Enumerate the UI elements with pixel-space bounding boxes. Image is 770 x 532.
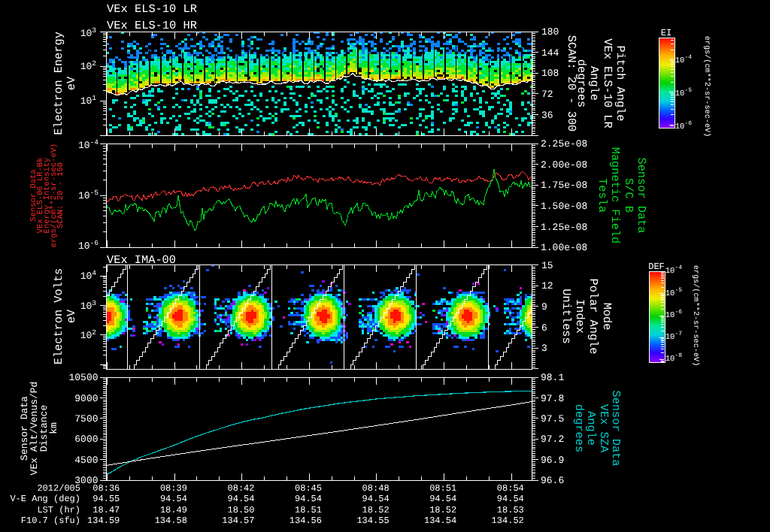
svg-text:2.00e-08: 2.00e-08: [541, 159, 587, 171]
svg-text:ergs/(cm**2-sr-sec-eV): ergs/(cm**2-sr-sec-eV): [691, 265, 700, 367]
svg-text:F10.7 (sfu): F10.7 (sfu): [21, 515, 80, 526]
svg-text:96.9: 96.9: [541, 455, 564, 466]
svg-text:S/C B: S/C B: [622, 178, 635, 213]
svg-text:VEx ELS-10 LR: VEx ELS-10 LR: [601, 38, 614, 128]
svg-text:08:39: 08:39: [160, 483, 187, 494]
svg-text:08:36: 08:36: [92, 483, 120, 494]
svg-text:98.1: 98.1: [541, 372, 564, 383]
svg-text:Index: Index: [573, 299, 587, 334]
svg-text:VEx SZA: VEx SZA: [597, 404, 611, 453]
svg-text:EI: EI: [661, 28, 671, 38]
svg-text:134.54: 134.54: [424, 515, 456, 526]
svg-text:108: 108: [541, 68, 559, 79]
svg-text:97.8: 97.8: [541, 393, 564, 404]
svg-text:DEF: DEF: [648, 261, 665, 272]
svg-text:degrees: degrees: [572, 404, 586, 452]
svg-text:3: 3: [541, 343, 547, 354]
svg-text:Sensor Data: Sensor Data: [609, 391, 623, 467]
svg-text:18.52: 18.52: [362, 505, 390, 515]
svg-text:18.52: 18.52: [429, 505, 456, 515]
svg-text:18.51: 18.51: [295, 505, 322, 515]
svg-text:VEx ELS-10 LR: VEx ELS-10 LR: [107, 2, 197, 16]
svg-text:15: 15: [541, 260, 553, 271]
svg-text:1.50e-08: 1.50e-08: [541, 201, 587, 212]
svg-text:Sensor Data: Sensor Data: [635, 158, 648, 234]
svg-text:94.54: 94.54: [429, 494, 456, 504]
svg-text:18.49: 18.49: [160, 505, 187, 515]
svg-text:Electron Volts: Electron Volts: [52, 268, 65, 365]
svg-text:VEx IMA-00: VEx IMA-00: [107, 253, 176, 267]
svg-text:ergs/(cm**2-sr-sec-eV): ergs/(cm**2-sr-sec-eV): [702, 36, 711, 138]
svg-text:Tesla: Tesla: [596, 178, 609, 213]
svg-text:08:42: 08:42: [227, 483, 254, 494]
svg-text:VEx ELS-10 HR: VEx ELS-10 HR: [107, 19, 197, 32]
svg-text:134.52: 134.52: [492, 515, 524, 526]
svg-text:SCAN: 20 - 150: SCAN: 20 - 150: [56, 162, 65, 228]
svg-text:LST (hr): LST (hr): [37, 505, 80, 515]
svg-text:94.54: 94.54: [160, 494, 187, 504]
svg-text:SCAN: 20 - 300: SCAN: 20 - 300: [565, 35, 578, 132]
svg-text:Angle: Angle: [584, 411, 598, 446]
svg-text:2012/005: 2012/005: [37, 483, 80, 494]
svg-text:72: 72: [541, 89, 553, 100]
svg-text:180: 180: [541, 26, 559, 38]
svg-text:eV: eV: [65, 76, 78, 90]
svg-text:1.00e-08: 1.00e-08: [541, 242, 587, 253]
svg-text:7500: 7500: [74, 413, 98, 425]
svg-text:94.55: 94.55: [92, 494, 120, 504]
svg-text:Angle: Angle: [587, 66, 601, 101]
svg-text:Magnetic Field: Magnetic Field: [608, 147, 622, 244]
svg-text:12: 12: [541, 280, 553, 292]
svg-text:144: 144: [541, 47, 559, 59]
svg-text:134.59: 134.59: [87, 515, 120, 526]
svg-text:94.54: 94.54: [362, 494, 390, 504]
svg-text:97.5: 97.5: [541, 413, 564, 425]
svg-text:08:48: 08:48: [362, 483, 390, 494]
svg-text:Mode: Mode: [600, 303, 614, 331]
svg-text:Unitless: Unitless: [559, 289, 573, 343]
svg-text:94.54: 94.54: [497, 494, 524, 504]
svg-text:9: 9: [541, 301, 547, 313]
svg-text:km: km: [48, 422, 59, 434]
svg-text:Pitch Angle: Pitch Angle: [614, 46, 627, 122]
svg-text:94.54: 94.54: [227, 494, 254, 504]
svg-text:Electron Energy: Electron Energy: [52, 32, 65, 135]
svg-text:6: 6: [541, 322, 547, 334]
svg-text:08:45: 08:45: [295, 483, 322, 494]
svg-text:V-E Ang (deg): V-E Ang (deg): [10, 494, 80, 504]
svg-text:6000: 6000: [74, 434, 98, 445]
svg-text:96.6: 96.6: [541, 475, 564, 486]
svg-text:1.25e-08: 1.25e-08: [541, 222, 587, 233]
svg-text:4500: 4500: [74, 455, 98, 466]
svg-text:36: 36: [541, 110, 553, 121]
svg-text:2.25e-08: 2.25e-08: [541, 138, 587, 150]
svg-text:134.57: 134.57: [222, 515, 254, 526]
svg-text:97.2: 97.2: [541, 434, 564, 445]
svg-text:18.47: 18.47: [92, 505, 120, 515]
svg-text:1.75e-08: 1.75e-08: [541, 180, 587, 191]
svg-text:9000: 9000: [74, 393, 98, 404]
svg-text:18.50: 18.50: [227, 505, 254, 515]
svg-text:Polar Angle: Polar Angle: [587, 279, 600, 355]
svg-text:134.56: 134.56: [290, 515, 322, 526]
svg-text:134.58: 134.58: [155, 515, 187, 526]
svg-text:08:51: 08:51: [429, 483, 456, 494]
svg-text:08:54: 08:54: [497, 483, 524, 494]
svg-text:134.55: 134.55: [356, 515, 389, 526]
svg-text:18.53: 18.53: [497, 505, 524, 515]
svg-text:10500: 10500: [68, 372, 98, 383]
svg-text:94.54: 94.54: [295, 494, 322, 504]
svg-text:eV: eV: [65, 309, 78, 323]
